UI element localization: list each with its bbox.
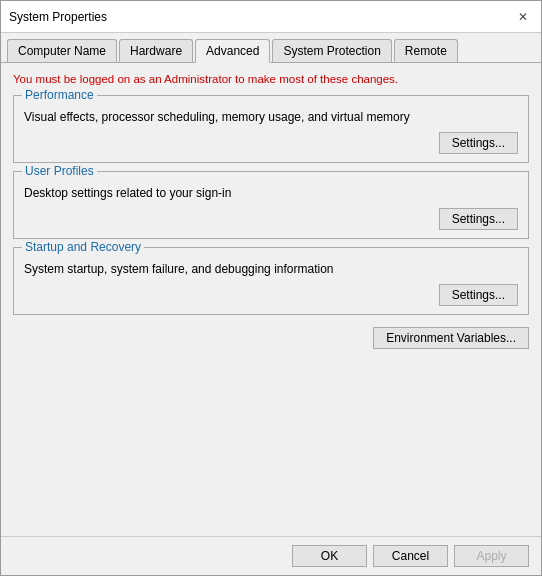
user-profiles-description: Desktop settings related to your sign-in <box>24 186 518 200</box>
tab-hardware[interactable]: Hardware <box>119 39 193 62</box>
user-profiles-settings-button[interactable]: Settings... <box>439 208 518 230</box>
performance-section: Performance Visual effects, processor sc… <box>13 95 529 163</box>
user-profiles-title: User Profiles <box>22 164 97 178</box>
env-variables-row: Environment Variables... <box>13 327 529 349</box>
performance-description: Visual effects, processor scheduling, me… <box>24 110 518 124</box>
tab-content: You must be logged on as an Administrato… <box>1 63 541 536</box>
bottom-bar: OK Cancel Apply <box>1 536 541 575</box>
ok-button[interactable]: OK <box>292 545 367 567</box>
environment-variables-button[interactable]: Environment Variables... <box>373 327 529 349</box>
close-button[interactable]: ✕ <box>513 7 533 27</box>
tab-bar: Computer Name Hardware Advanced System P… <box>1 33 541 63</box>
performance-title: Performance <box>22 88 97 102</box>
cancel-button[interactable]: Cancel <box>373 545 448 567</box>
tab-computer-name[interactable]: Computer Name <box>7 39 117 62</box>
startup-recovery-settings-button[interactable]: Settings... <box>439 284 518 306</box>
system-properties-window: System Properties ✕ Computer Name Hardwa… <box>0 0 542 576</box>
close-icon: ✕ <box>518 10 528 24</box>
startup-recovery-description: System startup, system failure, and debu… <box>24 262 518 276</box>
admin-warning: You must be logged on as an Administrato… <box>13 73 529 85</box>
tab-advanced[interactable]: Advanced <box>195 39 270 63</box>
tab-remote[interactable]: Remote <box>394 39 458 62</box>
window-title: System Properties <box>9 10 107 24</box>
title-bar: System Properties ✕ <box>1 1 541 33</box>
user-profiles-section: User Profiles Desktop settings related t… <box>13 171 529 239</box>
tab-system-protection[interactable]: System Protection <box>272 39 391 62</box>
startup-recovery-title: Startup and Recovery <box>22 240 144 254</box>
apply-button[interactable]: Apply <box>454 545 529 567</box>
performance-settings-button[interactable]: Settings... <box>439 132 518 154</box>
startup-recovery-section: Startup and Recovery System startup, sys… <box>13 247 529 315</box>
